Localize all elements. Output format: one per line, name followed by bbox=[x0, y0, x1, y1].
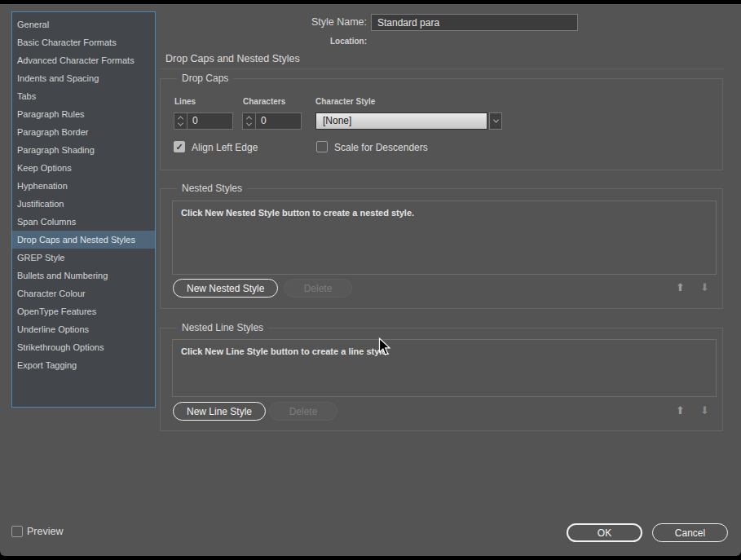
chevron-down-icon[interactable] bbox=[178, 121, 183, 126]
sidebar-panel-list: General Basic Character Formats Advanced… bbox=[11, 11, 156, 408]
chevron-down-icon[interactable] bbox=[246, 121, 252, 126]
delete-nested-style-button[interactable]: Delete bbox=[284, 279, 352, 298]
ok-button[interactable]: OK bbox=[567, 523, 642, 542]
lines-label: Lines bbox=[174, 97, 196, 106]
characters-label: Characters bbox=[243, 97, 285, 106]
lines-stepper[interactable]: 0 bbox=[174, 112, 233, 130]
dropdown-button[interactable] bbox=[489, 112, 502, 130]
align-left-edge-label: Align Left Edge bbox=[192, 142, 258, 153]
sidebar-item-hyphenation[interactable]: Hyphenation bbox=[12, 177, 155, 195]
chevron-down-icon bbox=[492, 117, 498, 123]
move-down-icon[interactable]: ⬇ bbox=[700, 280, 709, 295]
lines-value[interactable]: 0 bbox=[187, 113, 232, 129]
stepper-arrows-icon[interactable] bbox=[243, 113, 256, 129]
location-label: Location: bbox=[330, 37, 367, 46]
header-separator bbox=[160, 68, 724, 69]
delete-line-style-button[interactable]: Delete bbox=[269, 402, 337, 421]
nested-styles-legend: Nested Styles bbox=[177, 183, 247, 194]
preview-label: Preview bbox=[27, 526, 63, 537]
sidebar-item-justification[interactable]: Justification bbox=[12, 195, 155, 213]
sidebar-item-character-colour[interactable]: Character Colour bbox=[12, 284, 155, 302]
sidebar-item-bullets-and-numbering[interactable]: Bullets and Numbering bbox=[12, 267, 155, 284]
sidebar-item-opentype-features[interactable]: OpenType Features bbox=[12, 302, 155, 320]
sidebar-item-strikethrough-options[interactable]: Strikethrough Options bbox=[12, 338, 155, 356]
character-style-label: Character Style bbox=[315, 97, 375, 106]
sidebar-item-advanced-character-formats[interactable]: Advanced Character Formats bbox=[12, 51, 155, 69]
align-left-edge-checkbox[interactable]: ✓ bbox=[174, 141, 185, 152]
sidebar-item-keep-options[interactable]: Keep Options bbox=[12, 159, 155, 177]
sidebar-item-span-columns[interactable]: Span Columns bbox=[12, 213, 155, 231]
nested-line-styles-list[interactable]: Click New Line Style button to create a … bbox=[172, 339, 717, 397]
sidebar-item-paragraph-border[interactable]: Paragraph Border bbox=[12, 123, 155, 141]
mouse-cursor-icon bbox=[378, 337, 390, 356]
scale-for-descenders-checkbox[interactable]: ✓ bbox=[316, 141, 328, 152]
nested-styles-empty-message: Click New Nested Style button to create … bbox=[181, 208, 414, 218]
paragraph-style-options-dialog: General Basic Character Formats Advanced… bbox=[0, 4, 741, 556]
check-icon: ✓ bbox=[174, 142, 184, 152]
screen: General Basic Character Formats Advanced… bbox=[0, 0, 741, 560]
sidebar-item-drop-caps-and-nested-styles[interactable]: Drop Caps and Nested Styles bbox=[12, 231, 155, 249]
sidebar-item-indents-and-spacing[interactable]: Indents and Spacing bbox=[12, 69, 155, 87]
sidebar-item-paragraph-shading[interactable]: Paragraph Shading bbox=[12, 141, 155, 159]
new-nested-style-button[interactable]: New Nested Style bbox=[173, 279, 278, 298]
sidebar-item-underline-options[interactable]: Underline Options bbox=[12, 320, 155, 338]
sidebar-item-basic-character-formats[interactable]: Basic Character Formats bbox=[12, 33, 155, 51]
page-title: Drop Caps and Nested Styles bbox=[165, 53, 300, 64]
preview-checkbox[interactable]: ✓ bbox=[11, 526, 23, 537]
characters-stepper[interactable]: 0 bbox=[242, 112, 302, 130]
nested-line-styles-empty-message: Click New Line Style button to create a … bbox=[181, 346, 390, 356]
move-up-icon[interactable]: ⬆ bbox=[676, 280, 685, 295]
sidebar-item-general[interactable]: General bbox=[12, 15, 155, 33]
sidebar-item-export-tagging[interactable]: Export Tagging bbox=[12, 356, 155, 374]
nested-line-styles-legend: Nested Line Styles bbox=[177, 322, 268, 333]
nested-styles-list[interactable]: Click New Nested Style button to create … bbox=[172, 201, 717, 275]
sidebar-item-tabs[interactable]: Tabs bbox=[12, 87, 155, 105]
sidebar-item-grep-style[interactable]: GREP Style bbox=[12, 249, 155, 267]
drop-caps-legend: Drop Caps bbox=[177, 73, 233, 84]
move-up-icon[interactable]: ⬆ bbox=[676, 403, 685, 418]
stepper-arrows-icon[interactable] bbox=[174, 113, 187, 129]
new-line-style-button[interactable]: New Line Style bbox=[173, 402, 266, 421]
style-name-input[interactable]: Standard para bbox=[371, 14, 578, 31]
style-name-label: Style Name: bbox=[293, 16, 367, 28]
character-style-select[interactable]: [None] bbox=[315, 112, 502, 130]
move-down-icon[interactable]: ⬇ bbox=[700, 403, 709, 418]
character-style-selected-value[interactable]: [None] bbox=[315, 112, 487, 130]
cancel-button[interactable]: Cancel bbox=[652, 523, 728, 542]
sidebar-item-paragraph-rules[interactable]: Paragraph Rules bbox=[12, 105, 155, 123]
characters-value[interactable]: 0 bbox=[256, 113, 301, 129]
scale-for-descenders-label: Scale for Descenders bbox=[334, 142, 428, 153]
